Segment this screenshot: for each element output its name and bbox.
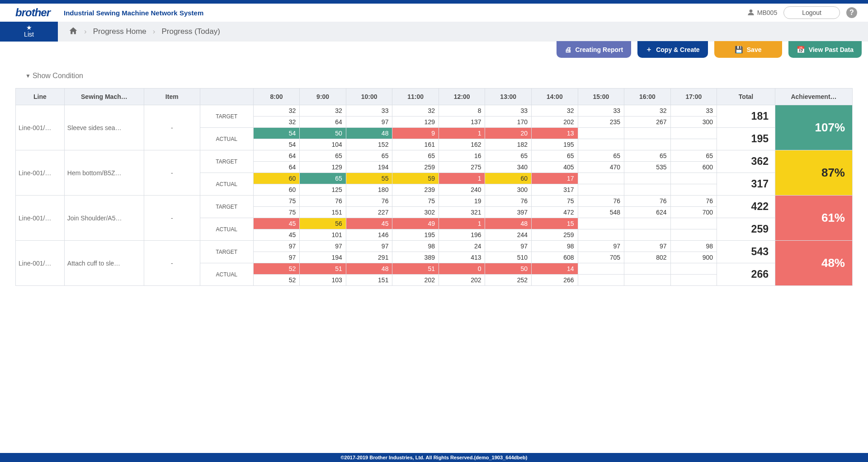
cell-value: 413 <box>439 252 485 263</box>
cell-value: 60 <box>253 184 300 196</box>
cell-value: 65 <box>346 150 392 162</box>
cell-value: 76 <box>485 196 532 207</box>
cell-value <box>670 128 717 139</box>
label-actual: ACTUAL <box>200 128 253 150</box>
save-icon: 💾 <box>735 46 743 54</box>
save-button[interactable]: 💾 Save <box>714 41 782 58</box>
cell-achievement: 61% <box>775 196 852 241</box>
cell-total-actual: 317 <box>717 173 775 196</box>
copy-create-label: Copy & Create <box>656 46 699 53</box>
cell-value: 291 <box>346 252 392 263</box>
cell-value: 52 <box>253 275 300 286</box>
tab-list-label: List <box>24 31 34 38</box>
tab-list[interactable]: ★ List <box>0 22 58 42</box>
cell-value: 32 <box>392 105 439 117</box>
th-item: Item <box>144 89 200 105</box>
cell-value: 49 <box>392 218 439 229</box>
table-header-row: LineSewing Mach…Item8:009:0010:0011:0012… <box>16 89 853 105</box>
th-hour-5: 13:00 <box>485 89 532 105</box>
cell-value: 13 <box>532 128 578 139</box>
cell-value <box>578 229 624 241</box>
cell-value: 97 <box>253 241 300 252</box>
cell-value: 137 <box>439 117 485 128</box>
cell-value: 59 <box>392 173 439 184</box>
show-condition-toggle[interactable]: ▼ Show Condition <box>25 72 83 80</box>
home-icon[interactable] <box>69 26 78 37</box>
cell-value: 50 <box>300 128 346 139</box>
header-left: brother Industrial Sewing Machine Networ… <box>15 6 203 19</box>
cell-value: 97 <box>346 241 392 252</box>
cell-value <box>578 275 624 286</box>
cell-value: 32 <box>624 105 671 117</box>
copy-create-button[interactable]: ＋ Copy & Create <box>637 41 708 58</box>
cell-value: 195 <box>532 139 578 150</box>
cell-value: 608 <box>532 252 578 263</box>
label-actual: ACTUAL <box>200 173 253 196</box>
creating-report-button[interactable]: 🖨 Creating Report <box>557 41 631 58</box>
cell-value: 182 <box>485 139 532 150</box>
cell-value: 802 <box>624 252 671 263</box>
breadcrumb-progress-today[interactable]: Progress (Today) <box>161 27 220 36</box>
cell-value: 60 <box>485 173 532 184</box>
cell-value: 180 <box>346 184 392 196</box>
cell-value: 56 <box>300 218 346 229</box>
table-head: LineSewing Mach…Item8:009:0010:0011:0012… <box>16 89 853 105</box>
cell-value: 194 <box>300 252 346 263</box>
cell-value: 48 <box>346 263 392 275</box>
cell-value: 202 <box>532 117 578 128</box>
cell-value: 76 <box>578 196 624 207</box>
cell-achievement: 107% <box>775 105 852 150</box>
help-icon[interactable]: ? <box>846 7 857 18</box>
cell-value: 300 <box>670 117 717 128</box>
cell-machine: Join Shoulder/A5… <box>64 196 144 241</box>
cell-item: - <box>144 105 200 150</box>
cell-value: 64 <box>253 162 300 173</box>
cell-value: 104 <box>300 139 346 150</box>
label-actual: ACTUAL <box>200 263 253 286</box>
breadcrumb-progress-home[interactable]: Progress Home <box>93 27 146 36</box>
cell-value: 48 <box>346 128 392 139</box>
cell-value <box>670 229 717 241</box>
system-title: Industrial Sewing Machine Network System <box>64 9 203 17</box>
cell-value: 705 <box>578 252 624 263</box>
cell-value: 75 <box>253 196 300 207</box>
cell-value <box>624 139 671 150</box>
cell-value: 51 <box>392 263 439 275</box>
top-strip <box>0 0 868 4</box>
cell-value: 321 <box>439 207 485 218</box>
cell-value: 152 <box>346 139 392 150</box>
label-target: TARGET <box>200 241 253 263</box>
cell-value <box>624 173 671 184</box>
cell-value: 302 <box>392 207 439 218</box>
breadcrumb: › Progress Home › Progress (Today) <box>58 22 868 42</box>
header-right: MB005 Logout ? <box>747 6 857 19</box>
cell-value: 52 <box>253 263 300 275</box>
cell-value: 97 <box>346 117 392 128</box>
cell-machine: Sleeve sides sea… <box>64 105 144 150</box>
cell-value: 317 <box>532 184 578 196</box>
cell-value: 146 <box>346 229 392 241</box>
cell-value: 32 <box>300 105 346 117</box>
user-info[interactable]: MB005 <box>747 9 777 17</box>
cell-value: 32 <box>253 117 300 128</box>
show-condition-label: Show Condition <box>33 72 83 80</box>
cell-value <box>578 218 624 229</box>
condition-row: ▼ Show Condition <box>0 58 868 88</box>
cell-value: 65 <box>300 150 346 162</box>
cell-item: - <box>144 241 200 286</box>
th-line: Line <box>16 89 65 105</box>
view-past-data-button[interactable]: 📅 View Past Data <box>788 41 862 58</box>
logout-button[interactable]: Logout <box>783 6 840 19</box>
cell-value: 252 <box>485 275 532 286</box>
cell-value: 76 <box>300 196 346 207</box>
label-target: TARGET <box>200 150 253 173</box>
header: brother Industrial Sewing Machine Networ… <box>0 4 868 22</box>
cell-value: 15 <box>532 218 578 229</box>
cell-value: 227 <box>346 207 392 218</box>
table-row: Line-001/…Hem bottom/B5Z…-TARGET64656565… <box>16 150 853 162</box>
cell-value: 535 <box>624 162 671 173</box>
cell-value: 162 <box>439 139 485 150</box>
cell-value: 75 <box>392 196 439 207</box>
cell-value: 470 <box>578 162 624 173</box>
cell-value: 24 <box>439 241 485 252</box>
